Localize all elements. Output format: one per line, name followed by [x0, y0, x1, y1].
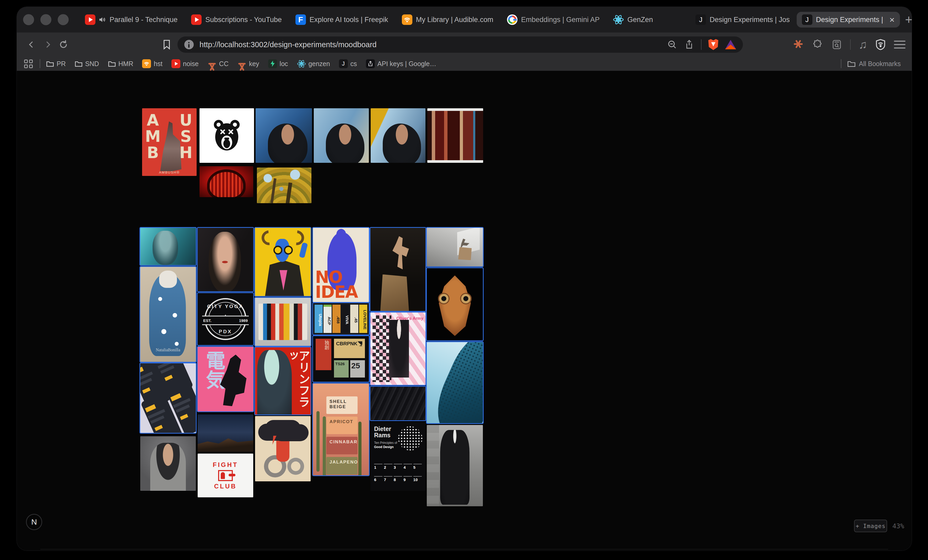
site-info-icon[interactable] [184, 40, 194, 49]
tab-genzen[interactable]: GenZen [606, 7, 660, 32]
swatch-card: CINNABAR [327, 437, 357, 454]
bookmark-key[interactable]: key [238, 59, 259, 68]
browser-window: Parallel 9 - Technique Subscriptions - Y… [17, 7, 912, 551]
share-icon[interactable] [684, 39, 694, 50]
all-bookmarks-button[interactable]: All Bookmarks [847, 60, 901, 68]
tile-street-fashion-man[interactable] [427, 425, 483, 506]
j-site-icon: J [339, 59, 348, 68]
tile-desert-dusk[interactable] [198, 415, 253, 452]
tile-devil-illustration[interactable] [255, 416, 311, 481]
poster-text: NOIDEA [315, 270, 357, 299]
moodboard-canvas[interactable]: AMB USH AMBUSH® [17, 71, 912, 551]
tile-black-wave-texture[interactable] [371, 387, 426, 420]
vpn-shield-icon[interactable] [875, 38, 886, 50]
tile-color-palette-poster[interactable]: SHELL BEIGE APRICOT CINNABAR JALAPENO [313, 383, 369, 475]
tab-parallel-9[interactable]: Parallel 9 - Technique [78, 7, 184, 32]
tile-no-idea-poster[interactable]: NOIDEA [313, 228, 369, 302]
tile-dark-portrait[interactable] [198, 228, 253, 291]
tile-smiling-woman[interactable] [140, 436, 196, 491]
bookmark-api-keys[interactable]: API keys | Google… [366, 59, 437, 68]
tab-audible[interactable]: My Library | Audible.com [395, 7, 500, 32]
bookmark-hst[interactable]: hst [142, 59, 162, 68]
tile-autumn-trees[interactable] [257, 168, 311, 203]
tile-box-jump-gym[interactable] [371, 228, 426, 311]
spine-label: VIVA [341, 305, 350, 333]
tile-pink-cyberpunk-girl[interactable]: 電気 [198, 347, 253, 411]
close-tab-icon[interactable]: × [890, 15, 895, 24]
tile-chameleon[interactable] [427, 268, 483, 340]
reload-button[interactable] [56, 38, 70, 51]
tile-ambush-poster[interactable]: AMB USH AMBUSH® [142, 108, 197, 176]
tile-red-astronaut[interactable] [200, 166, 253, 197]
tile-portrait-woman-blue-3[interactable] [371, 108, 426, 163]
tab-gemini[interactable]: Embeddings | Gemini AP [500, 7, 607, 32]
reading-list-icon[interactable] [831, 39, 842, 50]
tile-blue-facade-building[interactable] [427, 342, 483, 423]
starburst-extension-icon[interactable] [793, 39, 804, 50]
tile-teal-portrait[interactable] [140, 228, 196, 265]
tile-marker-pens[interactable] [255, 298, 311, 346]
close-window-button[interactable] [23, 14, 34, 25]
url-text[interactable]: http://localhost:3002/design-experiments… [200, 40, 667, 49]
tile-city-yoga-logo[interactable]: CITY YOGA PDX EST. 1989 [198, 293, 253, 345]
tile-cbrpnk-cards[interactable]: 独創 CBRPNK TS26 25 [313, 336, 369, 382]
forward-button[interactable] [41, 38, 55, 51]
zoom-out-icon[interactable] [667, 39, 678, 50]
bookmark-icon[interactable] [160, 38, 174, 51]
bookmark-noise[interactable]: noise [171, 59, 199, 68]
site-logo[interactable]: N [26, 514, 42, 530]
bookmark-loc[interactable]: loc [268, 59, 288, 68]
youtube-icon [85, 14, 95, 25]
extensions-puzzle-icon[interactable] [812, 39, 823, 50]
tile-red-japanese-poster[interactable]: アリンフラッ [255, 347, 311, 415]
bookmark-folder-hmr[interactable]: HMR [108, 60, 133, 68]
tile-cat-character[interactable]: NataliaBonilla [140, 267, 196, 362]
apps-grid-icon[interactable] [24, 60, 33, 68]
tile-mobile-ui-screens[interactable] [140, 363, 196, 433]
storm-cloud [265, 420, 301, 437]
bookmark-folder-pr[interactable]: PR [46, 60, 66, 68]
tile-olivers-army-poster[interactable]: Oliver's Army [371, 313, 426, 385]
tile-bear-logo[interactable] [200, 108, 254, 163]
bookmark-cs[interactable]: J cs [339, 59, 357, 68]
tile-goat-poster[interactable] [255, 228, 311, 296]
bookmark-folder-snd[interactable]: SND [75, 60, 99, 68]
poster-title: Oliver's Army [396, 316, 423, 321]
add-images-button[interactable]: + Images [854, 520, 887, 532]
artist-watermark: NataliaBonilla [140, 348, 196, 352]
tile-film-still-face[interactable] [427, 108, 483, 163]
bear-icon [210, 117, 244, 154]
tab-label: My Library | Audible.com [416, 16, 493, 24]
new-tab-button[interactable]: + [905, 14, 912, 26]
poster-text: AMB [143, 111, 162, 160]
tab-freepik[interactable]: F Explore AI tools | Freepik [288, 7, 395, 32]
menu-icon[interactable] [894, 41, 905, 49]
tile-dieter-rams-poster[interactable]: Dieter Rams Ten Principles of Good Desig… [371, 422, 426, 491]
bookmarks-bar: PR SND HMR hst noise CC key [17, 56, 912, 71]
tile-portrait-woman-blue-2[interactable] [314, 108, 369, 163]
peace-hand [299, 242, 308, 258]
music-icon[interactable]: ♫ [859, 39, 867, 50]
tile-cassette-spines[interactable]: Utopia ACP .458 VIVA .45 LOVELINE [313, 303, 369, 334]
cbrpnk-card: CBRPNK [334, 339, 365, 358]
tile-fight-club-logo[interactable]: FIGHT CLUB [198, 453, 253, 497]
bolt-icon [268, 59, 277, 68]
logo-text: CLUB [214, 483, 237, 490]
bookmark-genzen[interactable]: genzen [297, 59, 330, 68]
folder-icon [847, 60, 856, 67]
minimize-window-button[interactable] [40, 14, 51, 25]
audible-icon [142, 59, 151, 68]
bookmark-cc[interactable]: CC [208, 59, 229, 68]
back-button[interactable] [24, 38, 38, 51]
tile-portrait-woman-blue-1[interactable] [256, 108, 312, 163]
tab-design-experiments-active[interactable]: J Design Experiments | × [797, 12, 900, 27]
react-icon [297, 59, 306, 68]
brave-shield-icon[interactable] [708, 39, 718, 50]
round-glasses [273, 246, 282, 255]
tile-box-squat-photo[interactable] [427, 228, 483, 266]
maximize-window-button[interactable] [58, 14, 69, 25]
tab-design-experiments[interactable]: J Design Experiments | Jos [689, 7, 797, 32]
address-bar[interactable]: http://localhost:3002/design-experiments… [177, 37, 743, 53]
tab-subscriptions[interactable]: Subscriptions - YouTube [184, 7, 288, 32]
bat-rewards-icon[interactable] [725, 40, 736, 49]
